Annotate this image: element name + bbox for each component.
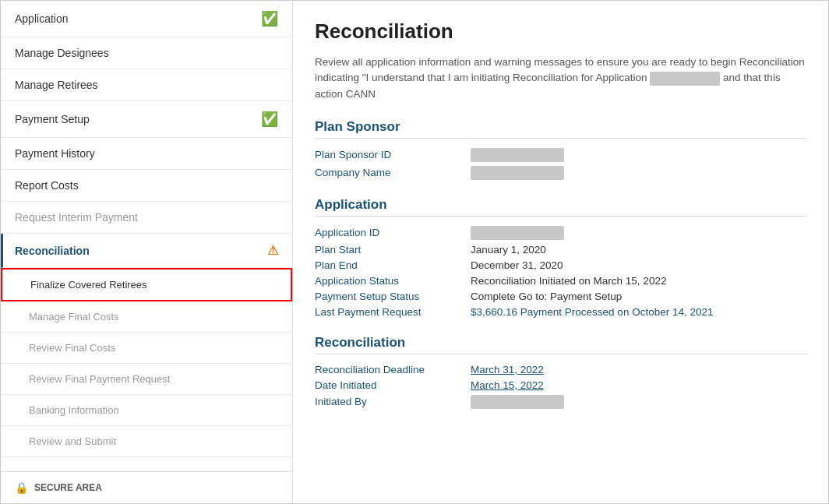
app-status-value: Reconciliation Initiated on March 15, 20… — [471, 275, 666, 287]
sidebar-item-manage-retirees[interactable]: Manage Retirees — [1, 69, 292, 101]
plan-sponsor-id-value — [471, 148, 564, 162]
sidebar-item-finalize-covered-retirees[interactable]: Finalize Covered Retirees — [1, 268, 292, 301]
sidebar-item-review-final-payment-request[interactable]: Review Final Payment Request — [1, 364, 292, 395]
plan-end-label: Plan End — [315, 259, 471, 271]
payment-setup-status-label: Payment Setup Status — [315, 291, 471, 302]
sidebar-item-request-interim-payment[interactable]: Request Interim Payment — [1, 202, 292, 234]
sidebar-item-reconciliation[interactable]: Reconciliation ⚠ — [1, 234, 292, 268]
sidebar-item-label: Review Final Payment Request — [29, 373, 170, 385]
date-initiated-label: Date Initiated — [315, 379, 471, 391]
initiated-by-label: Initiated By — [315, 396, 471, 407]
application-section-title: Application — [315, 197, 806, 217]
payment-setup-link[interactable]: Payment Setup — [550, 291, 622, 302]
initiated-by-value — [471, 395, 564, 409]
sidebar-item-application[interactable]: Application ✅ — [1, 1, 292, 37]
sidebar-item-manage-final-costs[interactable]: Manage Final Costs — [1, 301, 292, 333]
main-content: Reconciliation Review all application in… — [293, 1, 828, 503]
company-name-label: Company Name — [315, 167, 471, 178]
warning-icon: ⚠ — [267, 243, 278, 258]
check-icon: ✅ — [261, 10, 278, 27]
check-icon-payment: ✅ — [261, 111, 278, 128]
application-id-row: Application ID — [315, 226, 806, 240]
app-status-label: Application Status — [315, 275, 471, 287]
payment-setup-status-row: Payment Setup Status Complete Go to: Pay… — [315, 291, 806, 302]
sidebar-item-manage-designees[interactable]: Manage Designees — [1, 37, 292, 69]
plan-end-value: December 31, 2020 — [471, 259, 563, 271]
sidebar-item-label: Review Final Costs — [29, 342, 115, 354]
last-payment-row: Last Payment Request $3,660.16 Payment P… — [315, 306, 806, 318]
recon-deadline-value: March 31, 2022 — [471, 364, 544, 375]
sidebar-item-payment-history[interactable]: Payment History — [1, 138, 292, 170]
sidebar-item-label: Request Interim Payment — [15, 211, 138, 224]
sidebar-footer: 🔒 SECURE AREA — [1, 471, 292, 503]
reconciliation-section: Reconciliation Reconciliation Deadline M… — [315, 335, 806, 409]
company-name-row: Company Name — [315, 166, 806, 180]
date-initiated-value: March 15, 2022 — [471, 379, 544, 391]
sidebar-item-label: Reconciliation — [15, 245, 90, 257]
reconciliation-section-title: Reconciliation — [315, 335, 806, 354]
sidebar-nav: Application ✅ Manage Designees Manage Re… — [1, 1, 292, 471]
sidebar-item-label: Banking Information — [29, 404, 119, 416]
plan-sponsor-id-label: Plan Sponsor ID — [315, 149, 471, 160]
payment-setup-status-value: Complete Go to: Payment Setup — [471, 291, 622, 302]
recon-deadline-row: Reconciliation Deadline March 31, 2022 — [315, 364, 806, 375]
intro-paragraph: Review all application information and w… — [315, 55, 806, 102]
sidebar: Application ✅ Manage Designees Manage Re… — [1, 1, 293, 503]
plan-start-value: January 1, 2020 — [471, 244, 546, 256]
initiated-by-row: Initiated By — [315, 395, 806, 409]
secure-label: SECURE AREA — [34, 482, 102, 493]
last-payment-label: Last Payment Request — [315, 306, 471, 318]
app-layout: Application ✅ Manage Designees Manage Re… — [1, 1, 828, 503]
sidebar-item-label: Manage Final Costs — [29, 311, 119, 322]
sidebar-item-label: Review and Submit — [29, 435, 116, 447]
application-id-label: Application ID — [315, 227, 471, 238]
sidebar-item-label: Payment History — [15, 147, 95, 160]
sidebar-item-review-final-costs[interactable]: Review Final Costs — [1, 333, 292, 364]
sidebar-item-label: Application — [15, 12, 69, 25]
plan-sponsor-id-row: Plan Sponsor ID — [315, 148, 806, 162]
sidebar-item-label: Payment Setup — [15, 113, 90, 125]
company-name-value — [471, 166, 564, 180]
recon-deadline-label: Reconciliation Deadline — [315, 364, 471, 375]
sidebar-item-label: Manage Designees — [15, 47, 109, 59]
payment-setup-text: Complete Go to: — [471, 291, 550, 302]
sidebar-item-review-and-submit[interactable]: Review and Submit — [1, 426, 292, 457]
page-title: Reconciliation — [315, 19, 806, 44]
plan-sponsor-section: Plan Sponsor Plan Sponsor ID Company Nam… — [315, 119, 806, 180]
plan-end-row: Plan End December 31, 2020 — [315, 259, 806, 271]
plan-start-label: Plan Start — [315, 244, 471, 256]
sidebar-item-report-costs[interactable]: Report Costs — [1, 170, 292, 202]
sidebar-item-label: Report Costs — [15, 179, 79, 192]
lock-icon: 🔒 — [15, 481, 28, 494]
app-status-row: Application Status Reconciliation Initia… — [315, 275, 806, 287]
application-section: Application Application ID Plan Start Ja… — [315, 197, 806, 318]
application-id-value — [471, 226, 564, 240]
sidebar-item-label: Finalize Covered Retirees — [30, 279, 147, 291]
redacted-application-id-inline — [650, 72, 720, 86]
sidebar-item-payment-setup[interactable]: Payment Setup ✅ — [1, 101, 292, 138]
sidebar-item-banking-information[interactable]: Banking Information — [1, 395, 292, 426]
date-initiated-row: Date Initiated March 15, 2022 — [315, 379, 806, 391]
plan-start-row: Plan Start January 1, 2020 — [315, 244, 806, 256]
plan-sponsor-section-title: Plan Sponsor — [315, 119, 806, 139]
last-payment-value: $3,660.16 Payment Processed on October 1… — [471, 306, 713, 318]
sidebar-item-label: Manage Retirees — [15, 79, 98, 91]
